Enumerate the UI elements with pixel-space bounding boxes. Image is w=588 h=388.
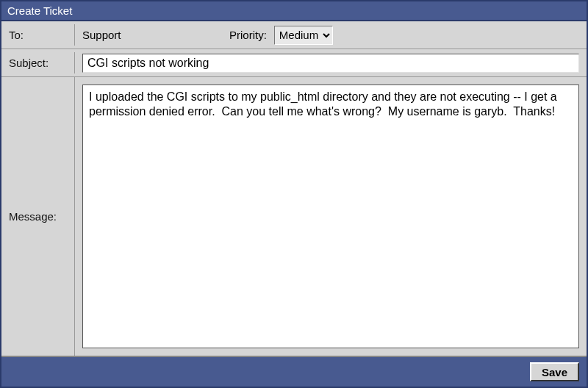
subject-row: Subject:: [1, 49, 587, 77]
message-row: Message:: [1, 77, 587, 357]
message-label: Message:: [1, 77, 75, 356]
create-ticket-window: Create Ticket To: Support Priority: Low …: [0, 0, 588, 388]
to-row: To: Support Priority: Low Medium High: [1, 21, 587, 49]
form-area: To: Support Priority: Low Medium High Su…: [1, 21, 587, 77]
save-button[interactable]: Save: [530, 362, 579, 381]
message-field-wrap: [82, 85, 579, 348]
message-textarea[interactable]: [83, 85, 578, 348]
subject-label: Subject:: [1, 52, 75, 73]
footer-bar: Save: [1, 357, 587, 387]
subject-input[interactable]: [82, 54, 579, 73]
window-titlebar: Create Ticket: [1, 1, 587, 21]
priority-select[interactable]: Low Medium High: [274, 26, 333, 45]
to-label: To:: [1, 24, 75, 46]
window-title: Create Ticket: [7, 4, 72, 17]
to-value: Support: [82, 29, 229, 41]
priority-label: Priority:: [229, 29, 274, 41]
